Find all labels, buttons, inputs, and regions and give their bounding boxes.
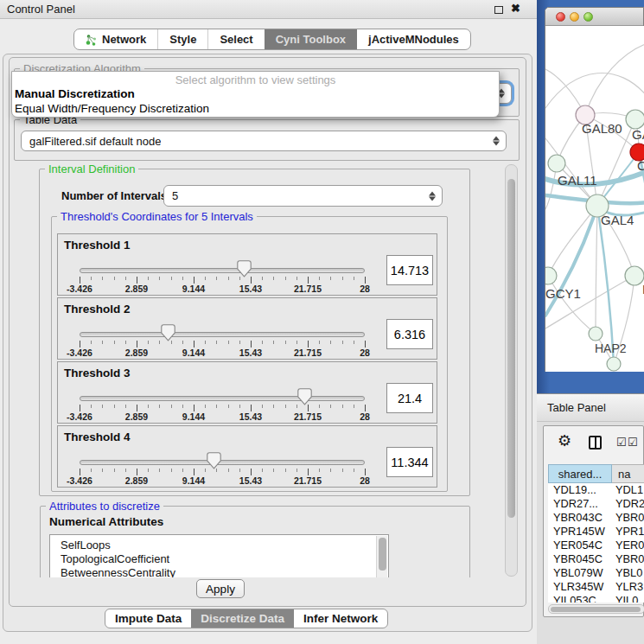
table-row[interactable]: YDL19...YDL1 (548, 483, 644, 497)
tick-mark (148, 469, 149, 472)
table-row[interactable]: YER054CYER0 (548, 539, 644, 552)
float-icon[interactable] (494, 6, 503, 14)
table-row[interactable]: YPR145WYPR1 (548, 525, 644, 539)
apply-button[interactable]: Apply (196, 579, 245, 598)
threshold-value-field[interactable]: 6.316 (386, 319, 433, 349)
table-hscrollbar[interactable] (548, 604, 644, 614)
dropdown-option-manual-discretization[interactable]: Manual Discretization (12, 86, 499, 101)
tick-mark (91, 341, 92, 344)
tick-mark (342, 405, 343, 408)
dropdown-option-equal-width-frequency[interactable]: Equal Width/Frequency Discretization (12, 101, 499, 116)
network-node-node-partial[interactable] (607, 357, 621, 371)
close-icon[interactable]: ✖ (511, 2, 520, 15)
attributes-group: Attributes to discretize Numerical Attri… (40, 506, 470, 577)
tick-mark (330, 469, 331, 472)
settings-scrollbar[interactable] (505, 164, 518, 577)
tab-infer-network[interactable]: Infer Network (294, 609, 387, 628)
split-columns-icon[interactable] (589, 436, 602, 450)
attribute-list-item[interactable]: TopologicalCoefficient (50, 552, 388, 566)
threshold-value-field[interactable]: 14.713 (386, 255, 433, 285)
dropdown-prompt: Select algorithm to view settings (12, 72, 499, 86)
cell-shared-name: YPR145W (553, 525, 605, 538)
network-window-titlebar[interactable] (545, 8, 643, 26)
tick-mark (80, 341, 80, 348)
attribute-list-item[interactable]: SelfLoops (50, 535, 388, 552)
list-scrollbar-thumb[interactable] (379, 538, 386, 571)
network-canvas[interactable]: GAL80GAGAL11CGAL4GCY1HHAP2 (545, 26, 644, 372)
tick-label: 2.859 (125, 411, 148, 422)
cell-name: YBR0 (615, 511, 644, 524)
table-row[interactable]: YBR043CYBR0 (548, 511, 644, 525)
table-hscrollbar-thumb[interactable] (551, 607, 641, 613)
column-header-shared-name[interactable]: shared... (548, 464, 612, 483)
table-row[interactable]: YIL053CYIL0 (548, 594, 644, 603)
network-node-h[interactable] (625, 266, 644, 285)
tick-mark (80, 277, 80, 284)
tab-impute-data[interactable]: Impute Data (105, 609, 191, 628)
table-data-combobox[interactable]: galFiltered.sif default node (21, 131, 507, 151)
slider-thumb[interactable] (161, 324, 175, 341)
tick-mark (342, 277, 343, 280)
tick-mark (308, 469, 309, 475)
tick-mark (239, 469, 240, 472)
tick-label: 2.859 (125, 348, 148, 358)
zoom-traffic-light[interactable] (583, 12, 593, 22)
table-row[interactable]: YDR27...YDR2 (548, 497, 644, 511)
tick-mark (228, 469, 229, 472)
column-header-name[interactable]: na (612, 464, 644, 483)
number-of-intervals-label: Number of Intervals (61, 189, 167, 202)
slider-track[interactable] (80, 460, 365, 465)
tab-select[interactable]: Select (207, 29, 264, 49)
slider-thumb[interactable] (237, 260, 252, 277)
tick-mark (251, 341, 252, 348)
table-row[interactable]: YBR045CYBR0 (548, 552, 644, 566)
network-node-gcy1[interactable] (545, 267, 557, 284)
tab-jactivemnodules[interactable]: jActiveMNodules (357, 29, 470, 49)
threshold-value-field[interactable]: 21.4 (386, 383, 433, 413)
cell-shared-name: YLR345W (553, 580, 603, 593)
tick-mark (194, 277, 194, 284)
network-node-gal11[interactable] (548, 155, 565, 172)
network-edge (548, 276, 596, 334)
tick-label: 28 (360, 348, 370, 358)
cell-shared-name: YIL053C (553, 594, 596, 603)
cell-name: YDL1 (615, 483, 643, 496)
slider-track[interactable] (80, 268, 365, 273)
settings-scrollbar-thumb[interactable] (507, 179, 515, 518)
tick-mark (114, 469, 115, 472)
tab-discretize-data[interactable]: Discretize Data (191, 609, 294, 628)
checkbox-icon[interactable]: ☑ (616, 437, 627, 448)
slider-thumb[interactable] (207, 452, 221, 469)
tick-mark (205, 405, 206, 408)
table-row[interactable]: YLR345WYLR3 (548, 580, 644, 594)
network-graph: GAL80GAGAL11CGAL4GCY1HHAP2 (545, 26, 644, 372)
slider-track[interactable] (80, 396, 365, 401)
network-view-window: GAL80GAGAL11CGAL4GCY1HHAP2 (545, 7, 644, 372)
tab-style[interactable]: Style (157, 29, 207, 49)
tick-label: 21.715 (294, 411, 322, 422)
network-node-hap2[interactable] (589, 327, 603, 341)
network-node-ga[interactable] (626, 110, 644, 129)
tab-label: Select (220, 33, 252, 46)
tick-mark (296, 405, 297, 408)
tick-mark (194, 469, 194, 475)
gear-icon[interactable]: ⚙ (558, 433, 571, 449)
checkbox-icon[interactable]: ☑ (628, 437, 638, 448)
close-traffic-light[interactable] (556, 12, 565, 22)
tick-mark (102, 405, 103, 408)
threshold-value-field[interactable]: 11.344 (386, 447, 433, 477)
slider-thumb[interactable] (297, 388, 312, 405)
table-row[interactable]: YBL079WYBL0 (548, 566, 644, 580)
tab-network[interactable]: Network (74, 29, 157, 49)
number-of-intervals-combobox[interactable]: 5 (163, 185, 443, 207)
list-scrollbar[interactable] (376, 536, 387, 577)
cell-name: YLR3 (615, 580, 643, 593)
attribute-list-item[interactable]: BetweennessCentrality (50, 566, 388, 577)
slider-track[interactable] (80, 332, 365, 337)
numerical-attributes-label: Numerical Attributes (49, 515, 163, 528)
minimize-traffic-light[interactable] (570, 12, 579, 22)
numerical-attributes-list[interactable]: SelfLoopsTopologicalCoefficientBetweenne… (49, 534, 389, 577)
cell-shared-name: YBL079W (553, 566, 603, 579)
tab-cyni-toolbox[interactable]: Cyni Toolbox (265, 29, 357, 49)
cell-shared-name: YBR045C (553, 552, 603, 565)
